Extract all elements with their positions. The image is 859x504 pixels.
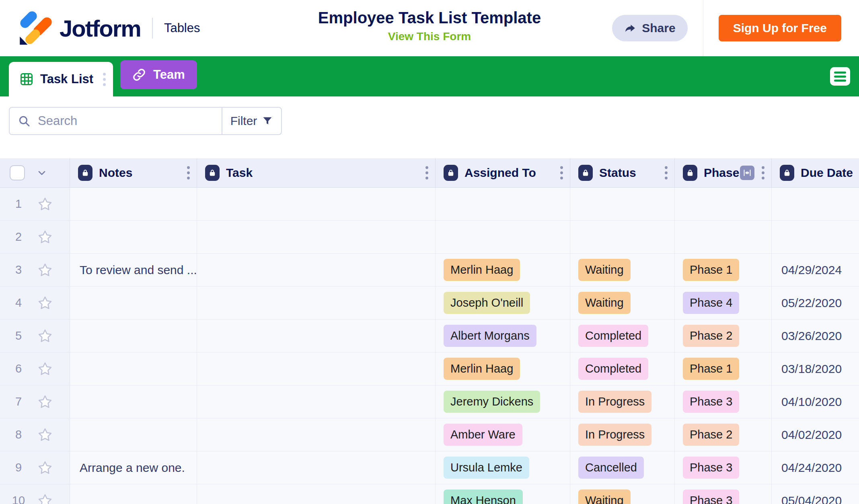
favorite-star-icon[interactable] [37, 394, 53, 410]
filter-button[interactable]: Filter [222, 108, 281, 134]
column-header-task[interactable]: Task [197, 158, 436, 187]
cell-status[interactable]: Completed [570, 320, 675, 352]
cell-assigned[interactable]: Amber Ware [436, 418, 570, 451]
cell-notes[interactable] [70, 418, 197, 451]
favorite-star-icon[interactable] [37, 493, 53, 504]
cell-phase[interactable] [675, 188, 772, 221]
favorite-star-icon[interactable] [37, 460, 53, 476]
cell-assigned[interactable]: Max Henson [436, 484, 570, 504]
tab-team[interactable]: Team [120, 60, 197, 89]
resize-handle-icon[interactable] [740, 166, 754, 180]
column-menu-icon[interactable] [425, 166, 435, 180]
column-header-notes[interactable]: Notes [70, 158, 197, 187]
cell-assigned[interactable]: Merlin Haag [436, 352, 570, 385]
cell-phase[interactable]: Phase 1 [675, 254, 772, 287]
status-badge: Waiting [578, 259, 631, 281]
cell-status[interactable]: Waiting [570, 254, 675, 287]
cell-status[interactable] [570, 188, 675, 221]
cell-notes[interactable] [70, 352, 197, 385]
column-menu-icon[interactable] [664, 166, 674, 180]
cell-task[interactable] [197, 418, 436, 451]
cell-phase[interactable] [675, 221, 772, 254]
cell-assigned[interactable] [436, 221, 570, 254]
cell-task[interactable] [197, 188, 436, 221]
cell-status[interactable]: Waiting [570, 484, 675, 504]
cell-notes[interactable] [70, 188, 197, 221]
cell-notes[interactable] [70, 221, 197, 254]
tab-task-list[interactable]: Task List [9, 62, 113, 96]
cell-notes[interactable] [70, 484, 197, 504]
favorite-star-icon[interactable] [37, 361, 53, 377]
cell-phase[interactable]: Phase 4 [675, 287, 772, 320]
cell-task[interactable] [197, 484, 436, 504]
search-icon [18, 115, 31, 127]
cell-task[interactable] [197, 320, 436, 352]
tab-menu-icon[interactable] [103, 73, 106, 86]
cell-assigned[interactable]: Albert Morgans [436, 320, 570, 352]
cell-assigned[interactable]: Joseph O'neill [436, 287, 570, 320]
select-menu-chevron-icon[interactable] [36, 167, 47, 178]
cell-phase[interactable]: Phase 1 [675, 352, 772, 385]
cell-task[interactable] [197, 287, 436, 320]
cell-task[interactable] [197, 352, 436, 385]
column-header-phase[interactable]: Phase [675, 158, 772, 187]
cell-phase[interactable]: Phase 3 [675, 484, 772, 504]
favorite-star-icon[interactable] [37, 295, 53, 311]
column-menu-icon[interactable] [187, 166, 197, 180]
cell-phase[interactable]: Phase 2 [675, 320, 772, 352]
cell-due[interactable] [772, 188, 859, 221]
cell-due[interactable]: 04/29/2024 [772, 254, 859, 287]
signup-button[interactable]: Sign Up for Free [719, 15, 841, 41]
cell-notes[interactable]: To review and send ... [70, 254, 197, 287]
table-menu-button[interactable] [830, 67, 850, 86]
cell-task[interactable] [197, 221, 436, 254]
column-header-due[interactable]: Due Date [772, 158, 859, 187]
brand-wordmark[interactable]: Jotform [60, 15, 141, 42]
cell-due[interactable]: 05/22/2020 [772, 287, 859, 320]
cell-phase[interactable]: Phase 3 [675, 451, 772, 484]
cell-assigned[interactable]: Ursula Lemke [436, 451, 570, 484]
favorite-star-icon[interactable] [37, 229, 53, 245]
cell-assigned[interactable]: Merlin Haag [436, 254, 570, 287]
column-header-status[interactable]: Status [570, 158, 675, 187]
cell-status[interactable] [570, 221, 675, 254]
select-all-checkbox[interactable] [10, 165, 25, 180]
cell-assigned[interactable]: Jeremy Dickens [436, 385, 570, 418]
cell-notes[interactable] [70, 385, 197, 418]
share-button[interactable]: Share [612, 15, 687, 41]
cell-due[interactable]: 04/24/2020 [772, 451, 859, 484]
cell-status[interactable]: Completed [570, 352, 675, 385]
cell-task[interactable] [197, 385, 436, 418]
favorite-star-icon[interactable] [37, 196, 53, 212]
cell-due[interactable] [772, 221, 859, 254]
cell-notes[interactable]: Arrange a new one. [70, 451, 197, 484]
column-menu-icon[interactable] [560, 166, 570, 180]
cell-task[interactable] [197, 451, 436, 484]
cell-notes[interactable] [70, 320, 197, 352]
cell-phase[interactable]: Phase 3 [675, 385, 772, 418]
cell-due[interactable]: 04/10/2020 [772, 385, 859, 418]
favorite-star-icon[interactable] [37, 427, 53, 443]
cell-due[interactable]: 03/26/2020 [772, 320, 859, 352]
favorite-star-icon[interactable] [37, 328, 53, 344]
cell-assigned[interactable] [436, 188, 570, 221]
share-arrow-icon [624, 22, 636, 34]
cell-status[interactable]: Cancelled [570, 451, 675, 484]
cell-task[interactable] [197, 254, 436, 287]
cell-notes[interactable] [70, 287, 197, 320]
cell-phase[interactable]: Phase 2 [675, 418, 772, 451]
view-form-link[interactable]: View This Form [388, 30, 471, 43]
column-header-assigned[interactable]: Assigned To [436, 158, 570, 187]
phase-badge: Phase 4 [683, 292, 739, 314]
status-badge: In Progress [578, 424, 651, 446]
cell-status[interactable]: In Progress [570, 385, 675, 418]
cell-due[interactable]: 03/18/2020 [772, 352, 859, 385]
cell-status[interactable]: In Progress [570, 418, 675, 451]
search-input[interactable] [37, 113, 222, 129]
favorite-star-icon[interactable] [37, 262, 53, 278]
cell-status[interactable]: Waiting [570, 287, 675, 320]
cell-due[interactable]: 04/02/2020 [772, 418, 859, 451]
column-menu-icon[interactable] [761, 166, 771, 180]
phase-badge: Phase 1 [683, 358, 739, 380]
cell-due[interactable]: 05/04/2020 [772, 484, 859, 504]
